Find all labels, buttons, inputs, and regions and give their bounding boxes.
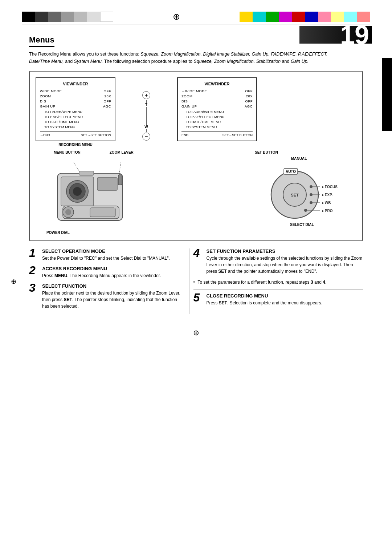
color-swatch-red bbox=[292, 12, 305, 22]
vf-left-row-1: WIDE MODEOFF bbox=[40, 89, 111, 94]
vf-right-row-1: →WIDE MODEOFF bbox=[181, 89, 253, 94]
svg-text:● EXP.: ● EXP. bbox=[322, 193, 333, 197]
vf-left-row-7: TO DATE/TIME MENU bbox=[40, 119, 111, 125]
step-1-text: Set the Power Dial to "REC" and set the … bbox=[42, 255, 170, 262]
svg-rect-6 bbox=[79, 171, 94, 175]
vf-left-set: SET→SET BUTTON bbox=[81, 133, 111, 138]
svg-rect-5 bbox=[97, 178, 117, 190]
color-swatch-lighter bbox=[74, 12, 87, 22]
vf-right-set: SET→SET BUTTON bbox=[222, 133, 253, 138]
vf-left-row-4: GAIN UPAGC bbox=[40, 104, 111, 109]
viewfinder-left-title: VIEWFINDER bbox=[40, 81, 111, 87]
vf-right-row-2: ZOOM20X bbox=[181, 94, 253, 99]
steps-left: 1 SELECT OPERATION MODE Set the Power Di… bbox=[29, 248, 189, 314]
viewfinder-left-panel: VIEWFINDER WIDE MODEOFF ZOOM20X DISOFF G… bbox=[36, 77, 115, 147]
color-bar: ⊕ bbox=[0, 11, 392, 23]
step-5: 5 CLOSE RECORDING MENU Press SET. Select… bbox=[193, 293, 363, 306]
select-dial-label: SELECT DIAL bbox=[248, 223, 356, 227]
svg-point-26 bbox=[304, 209, 307, 212]
step-3-content: SELECT FUNCTION Place the pointer next t… bbox=[42, 283, 182, 309]
vf-left-row-6: TO P.AE/EFFECT MENU bbox=[40, 114, 111, 119]
color-swatch-magenta bbox=[279, 12, 292, 22]
vf-right-row-3: DISOFF bbox=[181, 99, 253, 104]
step-4: 4 SET FUNCTION PARAMETERS Cycle through … bbox=[193, 248, 363, 275]
step-5-text: Press SET. Selection is complete and the… bbox=[207, 300, 323, 306]
step-4-content: SET FUNCTION PARAMETERS Cycle through th… bbox=[207, 248, 363, 275]
bottom-dot: ⊕ bbox=[0, 328, 392, 337]
right-sidebar-decoration bbox=[382, 58, 392, 131]
color-swatch-pink bbox=[318, 12, 331, 22]
vf-left-end: →END bbox=[40, 133, 50, 138]
step-3: 3 SELECT FUNCTION Place the pointer next… bbox=[29, 283, 182, 309]
diagram-box: VIEWFINDER WIDE MODEOFF ZOOM20X DISOFF G… bbox=[29, 71, 363, 241]
manual-label: MANUAL bbox=[291, 157, 356, 161]
recording-menu-label: RECORDING MENU bbox=[36, 143, 115, 147]
vf-left-row-3: DISOFF bbox=[40, 99, 111, 104]
step-5-content: CLOSE RECORDING MENU Press SET. Selectio… bbox=[207, 293, 323, 306]
top-divider bbox=[22, 24, 370, 24]
section-title: Menus bbox=[29, 35, 54, 47]
zoom-minus-icon: − bbox=[142, 133, 150, 141]
viewfinder-right-title: VIEWFINDER bbox=[181, 81, 253, 87]
step-3-number: 3 bbox=[29, 282, 39, 293]
color-swatch-lightest bbox=[87, 12, 100, 22]
page-number: 19 bbox=[340, 22, 369, 48]
step-2: 2 ACCESS RECORDING MENU Press MENU. The … bbox=[29, 266, 182, 279]
svg-line-12 bbox=[74, 162, 79, 171]
vf-left-row-8: TO SYSTEM MENU bbox=[40, 125, 111, 130]
viewfinder-row: VIEWFINDER WIDE MODEOFF ZOOM20X DISOFF G… bbox=[36, 77, 356, 147]
svg-text:● FOCUS: ● FOCUS bbox=[322, 185, 338, 189]
main-content: Menus The Recording Menu allows you to s… bbox=[0, 28, 392, 314]
bullet-note: To set the parameters for a different fu… bbox=[193, 279, 363, 285]
viewfinder-left: VIEWFINDER WIDE MODEOFF ZOOM20X DISOFF G… bbox=[36, 77, 115, 141]
color-swatch-blue bbox=[305, 12, 318, 22]
step-1: 1 SELECT OPERATION MODE Set the Power Di… bbox=[29, 248, 182, 262]
color-swatch-cyan bbox=[253, 12, 266, 22]
step-3-title: SELECT FUNCTION bbox=[42, 283, 182, 289]
vf-left-row-5: TO FADER/WIPE MENU bbox=[40, 109, 111, 114]
vf-right-end: END bbox=[181, 133, 188, 138]
svg-point-23 bbox=[310, 185, 313, 188]
zoom-lever-label: ZOOM LEVER bbox=[110, 150, 134, 154]
svg-line-13 bbox=[119, 162, 121, 175]
step-1-number: 1 bbox=[29, 247, 39, 259]
zoom-t-label: T bbox=[145, 103, 147, 107]
page-number-bar: 19 bbox=[299, 26, 372, 44]
viewfinder-right-panel: VIEWFINDER →WIDE MODEOFF ZOOM20X DISOFF … bbox=[177, 77, 257, 147]
svg-text:● WB: ● WB bbox=[322, 201, 331, 205]
step-4-title: SET FUNCTION PARAMETERS bbox=[207, 248, 363, 254]
step-3-text: Place the pointer next to the desired fu… bbox=[42, 290, 182, 309]
zoom-plus-icon: + bbox=[142, 91, 150, 99]
vf-right-row-4: GAIN UPAGC bbox=[181, 104, 253, 109]
vf-right-row-5: TO FADER/WIPE MENU bbox=[181, 109, 253, 114]
vf-left-bottom: →END SET→SET BUTTON bbox=[40, 131, 111, 138]
steps-right: 4 SET FUNCTION PARAMETERS Cycle through … bbox=[189, 248, 363, 314]
left-margin-mark: ⊕ bbox=[11, 278, 16, 285]
vf-right-row-7: TO DATE/TIME MENU bbox=[181, 119, 253, 125]
step-2-content: ACCESS RECORDING MENU Press MENU. The Re… bbox=[42, 266, 161, 279]
svg-rect-11 bbox=[90, 208, 115, 217]
color-swatch-dark bbox=[35, 12, 48, 22]
viewfinder-right: VIEWFINDER →WIDE MODEOFF ZOOM20X DISOFF … bbox=[177, 77, 257, 141]
svg-point-25 bbox=[310, 201, 313, 204]
vf-right-row-8: TO SYSTEM MENU bbox=[181, 125, 253, 130]
step-2-text: Press MENU. The Recording Menu appears i… bbox=[42, 272, 161, 279]
select-dial-svg: SET AUTO ● FOCUS ● EXP. ● WB ● PRO bbox=[248, 162, 342, 220]
intro-paragraph: The Recording Menu allows you to set the… bbox=[29, 50, 341, 65]
zoom-connector-bottom bbox=[146, 129, 147, 132]
svg-text:● PRO: ● PRO bbox=[322, 209, 333, 213]
set-button-label: SET BUTTON bbox=[255, 150, 356, 154]
color-swatch-white bbox=[100, 12, 113, 22]
step-1-title: SELECT OPERATION MODE bbox=[42, 248, 170, 254]
camera-right: SET BUTTON MANUAL SET AUTO ● FOCUS bbox=[248, 150, 356, 227]
svg-point-10 bbox=[65, 209, 71, 215]
step-divider bbox=[193, 289, 363, 289]
menu-button-label: MENU BUTTON bbox=[54, 150, 81, 154]
color-swatch-light bbox=[61, 12, 74, 22]
svg-point-24 bbox=[310, 193, 313, 196]
zoom-connector-top bbox=[146, 100, 147, 103]
zoom-w-label: W bbox=[144, 125, 148, 129]
vf-right-bottom: END SET→SET BUTTON bbox=[181, 131, 253, 138]
svg-point-4 bbox=[73, 187, 82, 196]
zoom-controls-diagram: + T W − bbox=[142, 77, 150, 147]
